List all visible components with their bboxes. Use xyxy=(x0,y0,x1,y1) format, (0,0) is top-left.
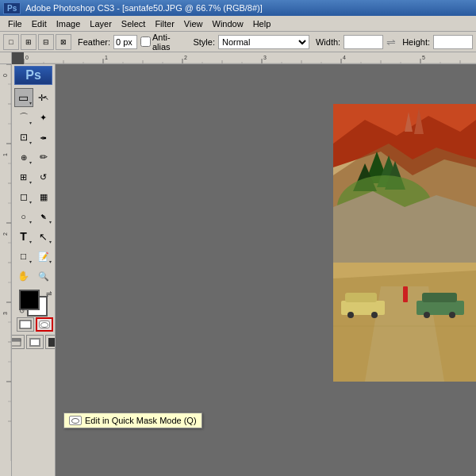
brush-tool[interactable]: ✏ xyxy=(34,148,53,167)
pen-tool[interactable]: ✒ ▾ xyxy=(34,207,53,226)
ruler-corner xyxy=(0,52,12,64)
full-screen-menu-btn[interactable] xyxy=(26,335,44,349)
svg-text:0: 0 xyxy=(25,55,29,60)
marquee-tool[interactable]: ▭ ▾ xyxy=(14,88,33,107)
svg-rect-80 xyxy=(422,293,457,302)
tooltip-oval-icon xyxy=(71,418,79,424)
canvas-area[interactable]: Edit in Quick Mask Mode (Q) xyxy=(56,64,476,476)
menu-filter[interactable]: Filter xyxy=(150,17,178,30)
svg-point-82 xyxy=(449,312,455,318)
style-label: Style: xyxy=(193,37,215,47)
tool-row-1: ▭ ▾ ✛ ↖ xyxy=(13,88,53,107)
tooltip-icon xyxy=(69,416,82,425)
standard-mode-btn[interactable] xyxy=(17,317,34,332)
add-selection-btn[interactable]: ⊞ xyxy=(21,34,36,50)
tool-row-4: ⊕ ▾ ✏ xyxy=(13,148,53,167)
ruler-left-svg: 0 1 2 3 xyxy=(0,64,12,461)
reset-colors-icon[interactable]: ↺ xyxy=(19,307,25,315)
svg-text:4: 4 xyxy=(343,55,346,60)
landscape-image xyxy=(333,104,476,382)
ruler-top: 0 1 2 3 4 5 xyxy=(24,52,476,64)
hand-tool[interactable]: ✋ xyxy=(14,267,33,286)
tooltip-text: Edit in Quick Mask Mode (Q) xyxy=(85,416,197,425)
swap-icon[interactable]: ⇌ xyxy=(386,36,396,48)
svg-text:0: 0 xyxy=(2,74,8,77)
svg-rect-57 xyxy=(12,339,21,341)
move-tool[interactable]: ✛ ↖ xyxy=(34,88,53,107)
menu-help[interactable]: Help xyxy=(248,17,276,30)
svg-text:3: 3 xyxy=(2,312,8,315)
svg-text:1: 1 xyxy=(105,55,108,60)
full-screen-btn[interactable] xyxy=(45,335,56,349)
feather-label: Feather: xyxy=(78,37,110,47)
height-input[interactable] xyxy=(433,35,473,49)
svg-text:3: 3 xyxy=(263,55,267,60)
feather-input[interactable] xyxy=(113,35,137,49)
standard-screen-btn[interactable] xyxy=(12,335,25,349)
svg-rect-75 xyxy=(341,301,385,315)
options-bar: □ ⊞ ⊟ ⊠ Feather: Anti-alias Style: Norma… xyxy=(0,32,476,52)
svg-rect-60 xyxy=(48,338,56,347)
notes-tool[interactable]: 📝 ▾ xyxy=(34,247,53,266)
color-boxes: ↺ ⇌ xyxy=(19,290,52,315)
lasso-tool[interactable]: ⌒ ▾ xyxy=(14,108,33,127)
tool-row-5: ⊞ ▾ ↺ xyxy=(13,167,53,186)
svg-text:1: 1 xyxy=(2,153,8,156)
canvas-image xyxy=(333,104,476,382)
main-layout: 0 1 2 3 Ps ▭ ▾ ✛ ↖ xyxy=(0,64,476,476)
menu-view[interactable]: View xyxy=(179,17,208,30)
title-bar: Ps Adobe Photoshop CS3 - [santafe50.JPG … xyxy=(0,0,476,16)
menu-image[interactable]: Image xyxy=(52,17,86,30)
svg-point-78 xyxy=(371,312,378,318)
svg-rect-79 xyxy=(416,301,464,315)
menu-file[interactable]: File xyxy=(3,17,27,30)
color-area: ↺ ⇌ xyxy=(14,290,52,315)
eyedropper-tool[interactable]: ✒ xyxy=(34,128,53,147)
mode-buttons xyxy=(17,317,53,332)
menu-select[interactable]: Select xyxy=(117,17,151,30)
magic-wand-tool[interactable]: ✦ xyxy=(34,108,53,127)
ruler-top-svg: 0 1 2 3 4 5 xyxy=(24,52,476,64)
dodge-tool[interactable]: ○ ▾ xyxy=(14,207,33,226)
new-selection-btn[interactable]: □ xyxy=(3,34,19,50)
history-brush-tool[interactable]: ↺ xyxy=(34,167,53,186)
heal-tool[interactable]: ⊕ ▾ xyxy=(14,148,33,167)
anti-alias-label: Anti-alias xyxy=(140,33,186,52)
clone-stamp-tool[interactable]: ⊞ ▾ xyxy=(14,167,33,186)
tool-row-9: □ ▾ 📝 ▾ xyxy=(13,247,53,266)
quick-mask-mode-btn[interactable] xyxy=(36,317,53,332)
crop-tool[interactable]: ⊡ ▾ xyxy=(14,128,33,147)
menu-layer[interactable]: Layer xyxy=(85,17,117,30)
tool-row-2: ⌒ ▾ ✦ xyxy=(13,108,53,127)
tool-row-3: ⊡ ▾ ✒ xyxy=(13,128,53,147)
svg-text:2: 2 xyxy=(2,232,8,236)
menu-window[interactable]: Window xyxy=(208,17,248,30)
svg-point-77 xyxy=(347,312,354,318)
svg-text:5: 5 xyxy=(422,55,425,60)
tool-row-10: ✋ 🔍 xyxy=(13,267,53,286)
toolbox: Ps ▭ ▾ ✛ ↖ ⌒ ▾ ✦ ⊡ ▾ xyxy=(12,64,56,476)
zoom-tool[interactable]: 🔍 xyxy=(34,267,53,286)
tooltip: Edit in Quick Mask Mode (Q) xyxy=(63,413,202,428)
menu-edit[interactable]: Edit xyxy=(27,17,52,30)
ruler-left: 0 1 2 3 xyxy=(0,64,12,476)
eraser-tool[interactable]: ◻ ▾ xyxy=(14,187,33,206)
tool-row-6: ◻ ▾ ▦ xyxy=(13,187,53,206)
screen-mode-buttons xyxy=(12,335,56,349)
path-select-tool[interactable]: ↖ ▾ xyxy=(34,227,53,246)
subtract-selection-btn[interactable]: ⊟ xyxy=(38,34,54,50)
ps-logo: Ps xyxy=(3,2,21,14)
text-tool[interactable]: T ▾ xyxy=(14,227,33,246)
intersect-selection-btn[interactable]: ⊠ xyxy=(56,34,71,50)
shape-tool[interactable]: □ ▾ xyxy=(14,247,33,266)
svg-rect-76 xyxy=(345,293,377,302)
svg-rect-83 xyxy=(403,286,408,302)
width-input[interactable] xyxy=(344,35,383,49)
height-label: Height: xyxy=(402,37,430,47)
toolbox-ps-logo: Ps xyxy=(14,66,52,85)
gradient-tool[interactable]: ▦ xyxy=(34,187,53,206)
swap-colors-icon[interactable]: ⇌ xyxy=(46,290,52,298)
style-select[interactable]: Normal Fixed Aspect Ratio Fixed Size xyxy=(218,35,309,49)
anti-alias-checkbox[interactable] xyxy=(140,36,151,47)
svg-text:2: 2 xyxy=(184,55,187,60)
